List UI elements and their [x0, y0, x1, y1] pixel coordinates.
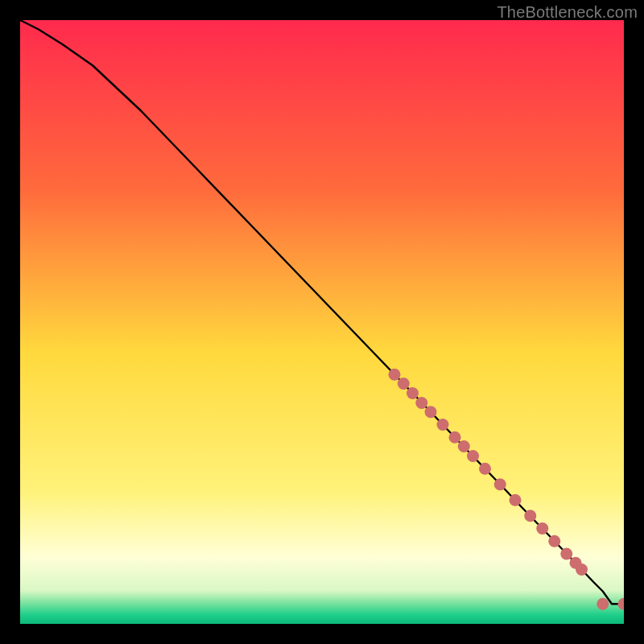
data-point [398, 378, 410, 390]
data-point [479, 463, 491, 475]
data-point [407, 387, 419, 399]
plot-area [20, 20, 624, 624]
data-point [524, 510, 536, 522]
data-point [449, 431, 461, 444]
data-point [437, 419, 449, 431]
data-point [389, 369, 401, 381]
data-point [425, 406, 437, 418]
data-point [548, 535, 560, 547]
data-point [494, 478, 506, 490]
data-point [560, 548, 572, 560]
chart-svg [20, 20, 624, 624]
data-point [467, 450, 479, 462]
chart-container: TheBottleneck.com [0, 0, 644, 644]
data-point [597, 598, 609, 610]
gradient-background [20, 20, 624, 624]
data-point [536, 522, 548, 535]
data-point [510, 494, 522, 506]
data-point [458, 440, 470, 452]
data-point [576, 564, 588, 576]
watermark-text: TheBottleneck.com [497, 3, 638, 22]
data-point [415, 397, 427, 409]
